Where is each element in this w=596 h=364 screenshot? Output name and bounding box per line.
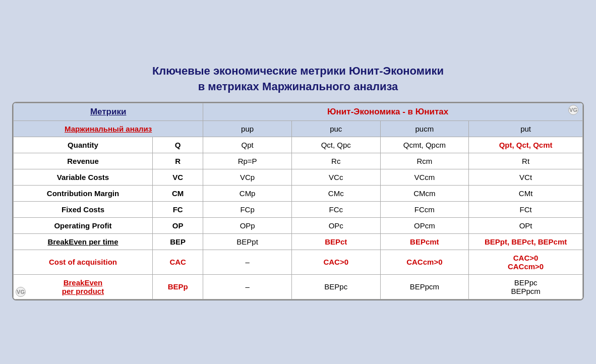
puc-cell: CMc bbox=[291, 185, 380, 201]
marginal-row: Маржинальный анализ pup puc pucm put bbox=[14, 120, 583, 137]
metric-cell: Cost of acquisition bbox=[14, 250, 153, 274]
table-row: Variable CostsVCVCpVCcVCcmVCt bbox=[14, 169, 583, 185]
pucm-cell: CMcm bbox=[380, 185, 469, 201]
pup-cell: FCp bbox=[203, 201, 292, 217]
metric-cell: Quantity bbox=[14, 137, 153, 153]
abbr-cell: OP bbox=[152, 217, 203, 233]
pucm-cell: BEPcmt bbox=[380, 233, 469, 250]
pup-cell: – bbox=[203, 250, 292, 274]
abbr-cell: R bbox=[152, 153, 203, 169]
put-cell: Rt bbox=[469, 153, 583, 169]
pucm-cell: OPcm bbox=[380, 217, 469, 233]
abbr-cell: Q bbox=[152, 137, 203, 153]
puc-cell: BEPpc bbox=[291, 274, 380, 299]
pup-cell: CMp bbox=[203, 185, 292, 201]
marginal-put: put bbox=[469, 120, 583, 137]
put-cell: BEPpcBEPpcm bbox=[469, 274, 583, 299]
abbr-cell: VC bbox=[152, 169, 203, 185]
table-row: QuantityQQptQct, QpcQcmt, QpcmQpt, Qct, … bbox=[14, 137, 583, 153]
puc-cell: BEPct bbox=[291, 233, 380, 250]
puc-cell: VCc bbox=[291, 169, 380, 185]
metric-cell: Variable Costs bbox=[14, 169, 153, 185]
marginal-pucm: pucm bbox=[380, 120, 469, 137]
pucm-cell: Rcm bbox=[380, 153, 469, 169]
pup-cell: Qpt bbox=[203, 137, 292, 153]
put-cell: Qpt, Qct, Qcmt bbox=[469, 137, 583, 153]
table-row: Fixed CostsFCFCpFCcFCcmFCt bbox=[14, 201, 583, 217]
puc-cell: CAC>0 bbox=[291, 250, 380, 274]
metric-cell: BreakEvenper productVG bbox=[14, 274, 153, 299]
marginal-pup: pup bbox=[203, 120, 292, 137]
header-row: Метрики Юнит-Экономика - в Юнитах VG bbox=[14, 103, 583, 120]
table-row: Operating ProfitOPOPpOPcOPcmOPt bbox=[14, 217, 583, 233]
header-unit-eco-label: Юнит-Экономика - в Юнитах bbox=[327, 107, 448, 116]
put-cell: VCt bbox=[469, 169, 583, 185]
abbr-cell: FC bbox=[152, 201, 203, 217]
metric-cell: Revenue bbox=[14, 153, 153, 169]
table-row: Contribution MarginCMCMpCMcCMcmCMt bbox=[14, 185, 583, 201]
abbr-cell: CM bbox=[152, 185, 203, 201]
metric-cell: BreakEven per time bbox=[14, 233, 153, 250]
put-cell: CAC>0CACcm>0 bbox=[469, 250, 583, 274]
marginal-label-cell: Маржинальный анализ bbox=[14, 120, 203, 137]
marginal-label: Маржинальный анализ bbox=[65, 125, 152, 133]
pup-cell: OPp bbox=[203, 217, 292, 233]
main-container: Ключевые экономические метрики Юнит-Экон… bbox=[0, 54, 596, 310]
put-cell: BEPpt, BEPct, BEPcmt bbox=[469, 233, 583, 250]
puc-cell: Rc bbox=[291, 153, 380, 169]
put-cell: FCt bbox=[469, 201, 583, 217]
marginal-puc: puc bbox=[291, 120, 380, 137]
pucm-cell: Qcmt, Qpcm bbox=[380, 137, 469, 153]
put-cell: OPt bbox=[469, 217, 583, 233]
metric-cell: Operating Profit bbox=[14, 217, 153, 233]
pucm-cell: FCcm bbox=[380, 201, 469, 217]
main-table: Метрики Юнит-Экономика - в Юнитах VG Мар… bbox=[13, 103, 583, 299]
pucm-cell: BEPpcm bbox=[380, 274, 469, 299]
title-line2: в метриках Маржинального анализа bbox=[198, 80, 398, 93]
pup-cell: VCp bbox=[203, 169, 292, 185]
put-cell: CMt bbox=[469, 185, 583, 201]
metric-cell: Contribution Margin bbox=[14, 185, 153, 201]
pup-cell: – bbox=[203, 274, 292, 299]
table-row: Cost of acquisitionCAC–CAC>0CACcm>0CAC>0… bbox=[14, 250, 583, 274]
pucm-cell: CACcm>0 bbox=[380, 250, 469, 274]
header-metrics-label: Метрики bbox=[90, 107, 127, 116]
header-metrics-cell: Метрики bbox=[14, 103, 203, 120]
data-rows: QuantityQQptQct, QpcQcmt, QpcmQpt, Qct, … bbox=[14, 137, 583, 299]
title-line1: Ключевые экономические метрики Юнит-Экон… bbox=[152, 65, 444, 77]
pup-cell: Rp=P bbox=[203, 153, 292, 169]
table-row: BreakEven per timeBEPBEPptBEPctBEPcmtBEP… bbox=[14, 233, 583, 250]
pucm-cell: VCcm bbox=[380, 169, 469, 185]
puc-cell: FCc bbox=[291, 201, 380, 217]
abbr-cell: BEPp bbox=[152, 274, 203, 299]
vg-badge: VG bbox=[568, 105, 578, 115]
abbr-cell: BEP bbox=[152, 233, 203, 250]
metric-cell: Fixed Costs bbox=[14, 201, 153, 217]
table-row: BreakEvenper productVGBEPp–BEPpcBEPpcmBE… bbox=[14, 274, 583, 299]
abbr-cell: CAC bbox=[152, 250, 203, 274]
table-row: RevenueRRp=PRcRcmRt bbox=[14, 153, 583, 169]
table-wrapper: Метрики Юнит-Экономика - в Юнитах VG Мар… bbox=[12, 102, 584, 300]
pup-cell: BEPpt bbox=[203, 233, 292, 250]
page-title: Ключевые экономические метрики Юнит-Экон… bbox=[12, 64, 584, 95]
puc-cell: Qct, Qpc bbox=[291, 137, 380, 153]
header-unit-eco-cell: Юнит-Экономика - в Юнитах VG bbox=[203, 103, 583, 120]
puc-cell: OPc bbox=[291, 217, 380, 233]
